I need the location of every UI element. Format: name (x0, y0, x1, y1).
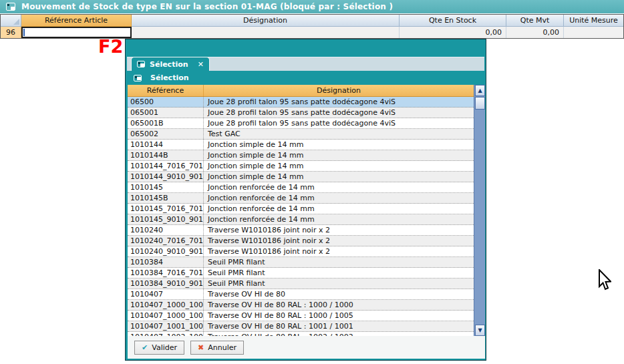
designation-cell[interactable] (132, 27, 400, 38)
scrollbar-down-icon[interactable]: ▼ (475, 325, 485, 336)
list-item-reference: 1010384_9010_9010 (128, 279, 204, 289)
column-header-reference-article[interactable]: Référence Article (21, 15, 132, 27)
list-item-reference: 1010240 (128, 225, 204, 235)
list-item-reference: 065001 (128, 108, 204, 118)
valider-label: Valider (152, 343, 177, 352)
list-item[interactable]: 1010240 Traverse W1010186 joint noir x 2 (128, 225, 474, 236)
list-item-reference: 065002 (128, 129, 204, 139)
list-item[interactable]: 1010144 Jonction simple de 14 mm (128, 140, 474, 150)
column-header-unite-mesure[interactable]: Unité Mesure (564, 15, 623, 27)
list-item-designation: Traverse OV HI de 80 RAL : 1000 / 1000 (204, 300, 474, 310)
list-item-reference: 1010145_9010_9010 (128, 214, 204, 224)
caption-icon (134, 75, 142, 81)
qte-en-stock-cell[interactable]: 0,00 (400, 27, 506, 38)
list-item[interactable]: 1010144B Jonction simple de 14 mm (128, 150, 474, 161)
list-item-designation: Traverse OV HI de 80 RAL : 1001 / 1001 (204, 321, 474, 331)
list-item-reference: 1010144 (128, 140, 204, 150)
list-item-reference: 1010407_1000_1005 (128, 311, 204, 321)
list-item[interactable]: 065001 Joue 28 profil talon 95 sans patt… (128, 108, 474, 118)
list-item[interactable]: 1010145_7016_7016 Jonction renforcée de … (128, 204, 474, 214)
list-item[interactable]: 1010145_9010_9010 Jonction renforcée de … (128, 214, 474, 225)
list-item-designation: Traverse OV HI de 80 (204, 289, 474, 299)
tab-selection[interactable]: Sélection ✕ (131, 57, 210, 71)
list-item-reference: 1010407_1001_1001 (128, 321, 204, 331)
f2-annotation: F2 (98, 36, 123, 57)
cancel-cross-icon: ✖ (198, 343, 204, 352)
list-item-designation: Traverse W1010186 joint noir x 2 (204, 246, 474, 256)
check-icon: ✔ (142, 343, 148, 352)
dialog-footer: ✔ Valider ✖ Annuler (128, 336, 485, 359)
list-item-designation: Jonction renforcée de 14 mm (204, 182, 474, 192)
list-item-designation: Joue 28 profil talon 95 sans patte dodéc… (204, 118, 474, 128)
row-number-cell[interactable]: 96 (1, 27, 21, 38)
list-item[interactable]: 1010144_7016_7016 Jonction simple de 14 … (128, 161, 474, 172)
list-item-reference: 1010144_9010_9010 (128, 172, 204, 182)
list-item[interactable]: 1010384 Seuil PMR filant (128, 257, 474, 268)
list-item-designation: Traverse OV HI de 80 RAL : 1000 / 1005 (204, 311, 474, 321)
scrollbar[interactable]: ▲ ▼ (474, 85, 485, 336)
text-caret (23, 29, 25, 36)
annuler-label: Annuler (208, 343, 237, 352)
list-item[interactable]: 1010240_9010_9010 Traverse W1010186 join… (128, 246, 474, 257)
list-item[interactable]: 1010145B Jonction renforcée de 14 mm (128, 193, 474, 204)
column-header-qte-en-stock[interactable]: Qte En Stock (400, 15, 506, 27)
valider-button[interactable]: ✔ Valider (134, 341, 184, 355)
selection-dialog: Sélection ✕ Sélection Référence Désignat… (125, 39, 486, 361)
list-item-reference: 1010240_9010_9010 (128, 246, 204, 256)
tab-label: Sélection (150, 60, 193, 69)
list-item-reference: 1010407_1000_1000 (128, 300, 204, 310)
scrollbar-up-icon[interactable]: ▲ (475, 85, 485, 96)
selection-tab-icon (137, 61, 145, 67)
grid-corner-selector[interactable] (1, 15, 21, 27)
list-item-designation: Seuil PMR filant (204, 279, 474, 289)
list-column-header-designation[interactable]: Désignation (204, 85, 474, 96)
scrollbar-thumb[interactable] (475, 97, 485, 110)
window-icon (6, 3, 15, 11)
list-item[interactable]: 1010407_1000_1005 Traverse OV HI de 80 R… (128, 311, 474, 321)
column-header-designation[interactable]: Désignation (132, 15, 400, 27)
window-titlebar: Mouvement de Stock de type EN sur la sec… (0, 0, 624, 13)
list-item[interactable]: 1010407 Traverse OV HI de 80 (128, 289, 474, 300)
list-item[interactable]: 1010144_9010_9010 Jonction simple de 14 … (128, 172, 474, 182)
list-item-reference: 065001B (128, 118, 204, 128)
list-item-designation: Seuil PMR filant (204, 268, 474, 278)
dialog-list-header: Référence Désignation (128, 85, 474, 97)
list-item-designation: Jonction simple de 14 mm (204, 172, 474, 182)
list-item-designation: Jonction simple de 14 mm (204, 150, 474, 160)
list-item[interactable]: 1010384_9010_9010 Seuil PMR filant (128, 279, 474, 289)
list-item-designation: Traverse W1010186 joint noir x 2 (204, 236, 474, 246)
list-item-designation: Traverse W1010186 joint noir x 2 (204, 225, 474, 235)
list-item[interactable]: 1010407_1001_1001 Traverse OV HI de 80 R… (128, 321, 474, 332)
list-item-designation: Jonction renforcée de 14 mm (204, 214, 474, 224)
list-item[interactable]: 065001B Joue 28 profil talon 95 sans pat… (128, 118, 474, 129)
list-item-designation: Jonction simple de 14 mm (204, 161, 474, 171)
list-item-reference: 06500 (128, 97, 204, 107)
stock-grid-header: Référence Article Désignation Qte En Sto… (1, 15, 623, 27)
tab-close-icon[interactable]: ✕ (198, 60, 204, 69)
list-item-reference: 1010240_7016_7016 (128, 236, 204, 246)
list-item[interactable]: 1010384_7016_7016 Seuil PMR filant (128, 268, 474, 279)
stock-grid-row: 96 0,00 0,00 (1, 27, 623, 38)
list-item-reference: 1010384 (128, 257, 204, 267)
list-item-designation: Seuil PMR filant (204, 257, 474, 267)
stock-grid: Référence Article Désignation Qte En Sto… (0, 14, 624, 39)
unite-mesure-cell[interactable] (564, 27, 623, 38)
list-item[interactable]: 06500 Joue 28 profil talon 95 sans patte… (128, 97, 474, 108)
list-item-designation: Joue 28 profil talon 95 sans patte dodéc… (204, 97, 474, 107)
caption-label: Sélection (150, 73, 189, 82)
list-item[interactable]: 1010240_7016_7016 Traverse W1010186 join… (128, 236, 474, 246)
list-item-reference: 1010145 (128, 182, 204, 192)
list-column-header-reference[interactable]: Référence (128, 85, 204, 96)
list-item[interactable]: 1010145 Jonction renforcée de 14 mm (128, 182, 474, 193)
list-item[interactable]: 065002 Test GAC (128, 129, 474, 140)
list-item-reference: 1010144B (128, 150, 204, 160)
list-item-reference: 1010407 (128, 289, 204, 299)
annuler-button[interactable]: ✖ Annuler (190, 341, 244, 355)
qte-mvt-cell[interactable]: 0,00 (506, 27, 564, 38)
list-item-reference: 1010384_7016_7016 (128, 268, 204, 278)
list-item[interactable]: 1010407_1000_1000 Traverse OV HI de 80 R… (128, 300, 474, 311)
list-item-reference: 1010144_7016_7016 (128, 161, 204, 171)
column-header-qte-mvt[interactable]: Qte Mvt (506, 15, 564, 27)
dialog-list: 06500 Joue 28 profil talon 95 sans patte… (128, 97, 474, 336)
window-title: Mouvement de Stock de type EN sur la sec… (21, 2, 393, 11)
